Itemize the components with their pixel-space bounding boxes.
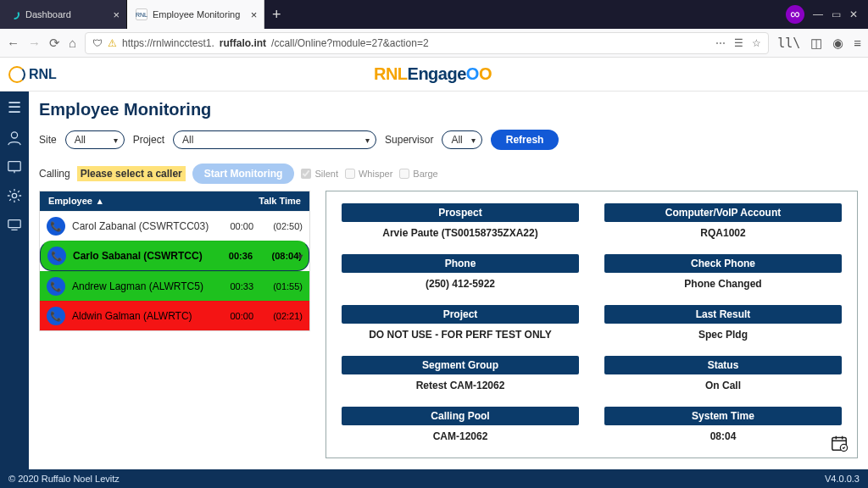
card-phone: Phone (250) 412-5922 (342, 254, 579, 298)
reader-icon[interactable]: ☰ (734, 37, 743, 49)
tab-favicon-icon: RNL (136, 8, 147, 20)
site-label: Site (39, 134, 57, 146)
employee-list: Employee ▴ Talk Time 📞 Carol Zabanal (CS… (39, 191, 310, 331)
filter-row: Site All Project All Supervisor All Refr… (39, 130, 858, 150)
card-last-result: Last Result Spec Pldg (604, 305, 842, 349)
page-title: Employee Monitoring (39, 100, 858, 119)
phone-icon: 📞 (47, 217, 65, 236)
back-icon[interactable]: ← (7, 36, 19, 50)
card-account: Computer/VoIP Account RQA1002 (604, 203, 842, 247)
calendar-icon[interactable] (830, 434, 849, 452)
card-check-phone: Check Phone Phone Changed (604, 254, 842, 298)
brand-logo: RNLEngageOO (374, 64, 492, 84)
url-suffix: /ccall/Online?module=27&action=2 (271, 37, 428, 49)
card-system-time: System Time 08:04 (604, 407, 842, 451)
app-header: RNL RNLEngageOO (0, 58, 868, 92)
browser-tab-employee-monitoring[interactable]: RNL Employee Monitoring × (127, 0, 264, 29)
rnl-logo[interactable]: RNL (8, 66, 57, 83)
new-tab-button[interactable]: + (264, 6, 288, 24)
employee-list-header: Employee ▴ Talk Time (40, 191, 309, 211)
url-host: ruffalo.int (220, 37, 266, 49)
svg-point-0 (10, 10, 19, 19)
left-sidebar: ☰ (0, 92, 29, 469)
supervisor-label: Supervisor (385, 134, 433, 146)
home-icon[interactable]: ⌂ (69, 36, 76, 50)
sidebar-icon[interactable]: ◫ (810, 36, 822, 51)
col-talktime[interactable]: Talk Time (259, 196, 301, 207)
lock-warn-icon: ⚠ (108, 37, 117, 49)
star-icon[interactable]: ☆ (752, 37, 761, 49)
recording-icon[interactable]: ∞ (786, 5, 804, 24)
employee-row[interactable]: 📞 Carol Zabanal (CSWRTCC03) 00:00 (02:50… (40, 211, 309, 241)
svg-point-3 (12, 193, 16, 197)
card-project: Project DO NOT USE - FOR PERF TEST ONLY (342, 305, 579, 349)
footer-copyright: © 2020 Ruffalo Noel Levitz (8, 474, 120, 484)
library-icon[interactable]: ll\ (777, 36, 800, 51)
whisper-checkbox[interactable]: Whisper (345, 169, 392, 179)
employee-row[interactable]: 📞 Aldwin Galman (ALWRTC) 00:00 (02:21) (40, 301, 309, 330)
close-window-icon[interactable]: ✕ (849, 8, 858, 20)
card-status: Status On Call (604, 356, 842, 400)
minimize-icon[interactable]: — (813, 8, 823, 20)
phone-icon: 📞 (47, 277, 65, 296)
svg-point-1 (11, 132, 17, 138)
account-icon[interactable]: ◉ (832, 36, 843, 51)
reload-icon[interactable]: ⟳ (49, 36, 60, 51)
tab-label: Dashboard (25, 9, 71, 19)
more-url-icon[interactable]: ⋯ (715, 37, 726, 49)
col-employee[interactable]: Employee ▴ (48, 196, 259, 207)
logo-text: RNL (29, 67, 57, 82)
barge-checkbox[interactable]: Barge (399, 169, 437, 179)
window-controls: ∞ — ▭ ✕ (786, 5, 868, 24)
calling-row: Calling Please select a caller Start Mon… (39, 164, 858, 184)
refresh-button[interactable]: Refresh (491, 130, 559, 150)
employee-row-selected[interactable]: 📞 Carlo Sabanal (CSWRTCC) 00:36 (08:04) (40, 241, 309, 271)
main-content: Employee Monitoring Site All Project All… (29, 92, 868, 469)
card-prospect: Prospect Arvie Paute (TS00158735ZXA22) (342, 203, 579, 247)
detail-panel: Prospect Arvie Paute (TS00158735ZXA22) C… (326, 191, 858, 458)
logo-ring-icon (8, 66, 25, 83)
hamburger-icon[interactable]: ☰ (8, 98, 21, 117)
tab-label: Employee Monitoring (153, 9, 240, 19)
please-select-caller: Please select a caller (77, 166, 186, 181)
supervisor-select[interactable]: All (442, 130, 481, 149)
maximize-icon[interactable]: ▭ (832, 8, 841, 20)
browser-toolbar: ← → ⟳ ⌂ 🛡 ⚠ https://rnlwincctest1.ruffal… (0, 29, 868, 58)
sidebar-item-monitor[interactable] (7, 159, 22, 175)
tab-spinner-icon (8, 8, 20, 20)
forward-icon[interactable]: → (28, 36, 41, 50)
site-select[interactable]: All (65, 130, 125, 149)
silent-checkbox[interactable]: Silent (301, 169, 338, 179)
phone-icon: 📞 (47, 307, 65, 325)
sidebar-item-settings[interactable] (7, 188, 22, 203)
url-prefix: https://rnlwincctest1. (122, 37, 214, 49)
browser-tab-dashboard[interactable]: Dashboard × (0, 0, 127, 29)
employee-row[interactable]: 📞 Andrew Lagman (ALWRTC5) 00:33 (01:55) (40, 271, 309, 301)
app-footer: © 2020 Ruffalo Noel Levitz V4.0.0.3 (0, 469, 868, 488)
sidebar-item-user[interactable] (7, 130, 22, 146)
calling-label: Calling (39, 168, 70, 180)
footer-version: V4.0.0.3 (825, 474, 860, 484)
browser-titlebar: Dashboard × RNL Employee Monitoring × + … (0, 0, 868, 29)
toolbar-right: ll\ ◫ ◉ ≡ (777, 36, 861, 51)
phone-icon: 📞 (47, 247, 66, 265)
menu-icon[interactable]: ≡ (854, 36, 861, 50)
svg-rect-2 (8, 162, 20, 171)
project-select[interactable]: All (173, 130, 376, 149)
shield-icon: 🛡 (92, 37, 103, 49)
start-monitoring-button[interactable]: Start Monitoring (192, 164, 295, 184)
address-bar[interactable]: 🛡 ⚠ https://rnlwincctest1.ruffalo.int/cc… (85, 32, 769, 54)
sidebar-item-desktop[interactable] (7, 217, 22, 232)
svg-rect-4 (8, 220, 20, 228)
card-calling-pool: Calling Pool CAM-12062 (342, 407, 579, 451)
card-segment-group: Segment Group Retest CAM-12062 (342, 356, 579, 400)
project-label: Project (133, 134, 164, 146)
close-icon[interactable]: × (251, 8, 258, 21)
close-icon[interactable]: × (113, 8, 120, 21)
